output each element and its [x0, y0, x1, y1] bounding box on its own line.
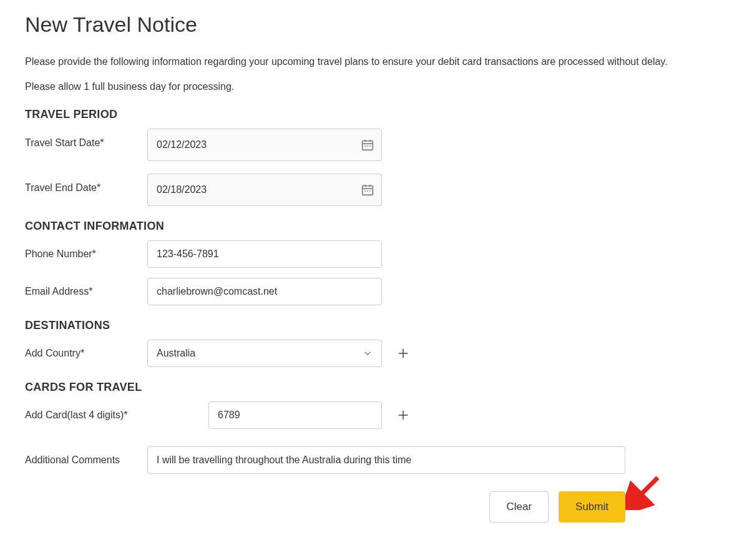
contact-heading: CONTACT INFORMATION — [25, 220, 727, 233]
country-select[interactable]: Australia — [147, 340, 382, 367]
intro-text-2: Please allow 1 full business day for pro… — [25, 79, 727, 94]
end-date-input[interactable] — [147, 174, 382, 206]
svg-line-19 — [637, 478, 658, 499]
submit-button[interactable]: Submit — [559, 491, 625, 523]
destinations-heading: DESTINATIONS — [25, 319, 727, 332]
country-label: Add Country* — [25, 348, 147, 359]
start-date-label: Travel Start Date* — [25, 129, 147, 149]
intro-text-1: Please provide the following information… — [25, 54, 727, 69]
card-input[interactable] — [208, 401, 382, 429]
email-label: Email Address* — [25, 286, 147, 297]
add-country-button[interactable] — [394, 345, 412, 362]
add-card-button[interactable] — [394, 406, 412, 424]
arrow-annotation-icon — [625, 473, 663, 510]
card-label: Add Card(last 4 digits)* — [25, 410, 208, 421]
comments-label: Additional Comments — [25, 454, 147, 466]
phone-input[interactable] — [147, 240, 382, 268]
travel-period-heading: TRAVEL PERIOD — [25, 108, 727, 121]
start-date-input[interactable] — [147, 129, 382, 161]
end-date-label: Travel End Date* — [25, 174, 147, 194]
comments-input[interactable] — [147, 446, 625, 474]
phone-label: Phone Number* — [25, 248, 147, 260]
cards-heading: CARDS FOR TRAVEL — [25, 381, 727, 394]
page-title: New Travel Notice — [25, 12, 727, 37]
email-input[interactable] — [147, 278, 382, 305]
clear-button[interactable]: Clear — [489, 491, 549, 523]
